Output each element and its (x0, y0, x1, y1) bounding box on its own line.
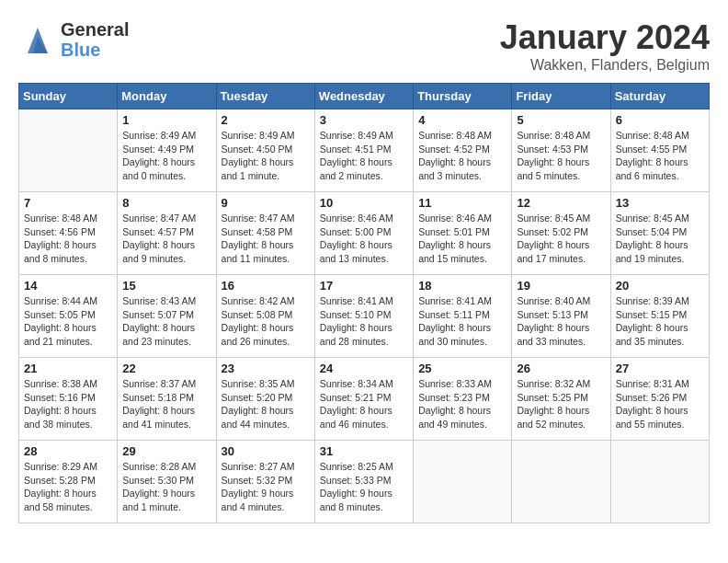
day-info: Sunrise: 8:49 AMSunset: 4:50 PMDaylight:… (222, 129, 310, 183)
day-number: 12 (517, 196, 605, 210)
calendar-cell: 6Sunrise: 8:48 AMSunset: 4:55 PMDaylight… (610, 109, 709, 192)
calendar-cell: 25Sunrise: 8:33 AMSunset: 5:23 PMDayligh… (414, 358, 512, 441)
day-number: 2 (222, 113, 310, 127)
day-info: Sunrise: 8:38 AMSunset: 5:16 PMDaylight:… (24, 377, 112, 431)
day-number: 26 (517, 362, 605, 375)
calendar-cell: 2Sunrise: 8:49 AMSunset: 4:50 PMDaylight… (216, 109, 314, 192)
day-number: 30 (222, 444, 310, 458)
day-number: 24 (320, 362, 408, 375)
calendar-header-thursday: Thursday (414, 84, 512, 109)
day-info: Sunrise: 8:48 AMSunset: 4:55 PMDaylight:… (616, 129, 704, 183)
day-info: Sunrise: 8:45 AMSunset: 5:04 PMDaylight:… (616, 212, 704, 266)
calendar-cell (512, 441, 610, 523)
day-number: 31 (320, 444, 408, 458)
calendar-header-sunday: Sunday (19, 84, 118, 109)
day-number: 9 (222, 196, 310, 210)
calendar-cell: 31Sunrise: 8:25 AMSunset: 5:33 PMDayligh… (314, 441, 413, 523)
day-info: Sunrise: 8:46 AMSunset: 5:01 PMDaylight:… (418, 212, 506, 266)
day-info: Sunrise: 8:49 AMSunset: 4:49 PMDaylight:… (122, 129, 210, 183)
logo-general: General (61, 19, 129, 40)
day-number: 3 (320, 113, 408, 127)
day-info: Sunrise: 8:47 AMSunset: 4:57 PMDaylight:… (122, 212, 210, 266)
calendar-cell: 14Sunrise: 8:44 AMSunset: 5:05 PMDayligh… (19, 275, 118, 358)
calendar-week-row: 21Sunrise: 8:38 AMSunset: 5:16 PMDayligh… (19, 358, 710, 441)
day-number: 15 (122, 279, 210, 293)
day-info: Sunrise: 8:25 AMSunset: 5:33 PMDaylight:… (320, 460, 408, 514)
calendar-cell: 7Sunrise: 8:48 AMSunset: 4:56 PMDaylight… (19, 192, 118, 275)
calendar-week-row: 28Sunrise: 8:29 AMSunset: 5:28 PMDayligh… (19, 441, 710, 523)
calendar-cell: 22Sunrise: 8:37 AMSunset: 5:18 PMDayligh… (118, 358, 216, 441)
day-info: Sunrise: 8:35 AMSunset: 5:20 PMDaylight:… (222, 377, 310, 431)
day-info: Sunrise: 8:42 AMSunset: 5:08 PMDaylight:… (222, 294, 310, 349)
location-title: Wakken, Flanders, Belgium (500, 57, 710, 74)
day-number: 10 (320, 196, 408, 210)
day-info: Sunrise: 8:44 AMSunset: 5:05 PMDaylight:… (24, 294, 112, 349)
calendar-cell: 19Sunrise: 8:40 AMSunset: 5:13 PMDayligh… (512, 275, 610, 358)
day-number: 28 (24, 444, 112, 458)
calendar-cell: 29Sunrise: 8:28 AMSunset: 5:30 PMDayligh… (118, 441, 216, 523)
day-number: 4 (418, 113, 506, 127)
calendar-header-monday: Monday (118, 84, 216, 109)
logo: General Blue (18, 18, 129, 61)
day-number: 21 (24, 362, 112, 375)
calendar-week-row: 7Sunrise: 8:48 AMSunset: 4:56 PMDaylight… (19, 192, 710, 275)
day-info: Sunrise: 8:49 AMSunset: 4:51 PMDaylight:… (320, 129, 408, 183)
calendar-header-wednesday: Wednesday (314, 84, 413, 109)
day-info: Sunrise: 8:45 AMSunset: 5:02 PMDaylight:… (517, 212, 605, 266)
day-number: 16 (222, 279, 310, 293)
day-info: Sunrise: 8:28 AMSunset: 5:30 PMDaylight:… (122, 460, 210, 514)
calendar-cell: 5Sunrise: 8:48 AMSunset: 4:53 PMDaylight… (512, 109, 610, 192)
day-info: Sunrise: 8:46 AMSunset: 5:00 PMDaylight:… (320, 212, 408, 266)
calendar-cell: 8Sunrise: 8:47 AMSunset: 4:57 PMDaylight… (118, 192, 216, 275)
calendar-header-tuesday: Tuesday (216, 84, 314, 109)
page-header: General Blue January 2024 Wakken, Flande… (18, 18, 710, 74)
day-number: 19 (517, 279, 605, 293)
day-number: 8 (122, 196, 210, 210)
title-area: January 2024 Wakken, Flanders, Belgium (500, 18, 710, 74)
calendar-cell: 26Sunrise: 8:32 AMSunset: 5:25 PMDayligh… (512, 358, 610, 441)
calendar-cell: 17Sunrise: 8:41 AMSunset: 5:10 PMDayligh… (314, 275, 413, 358)
calendar-cell: 27Sunrise: 8:31 AMSunset: 5:26 PMDayligh… (610, 358, 709, 441)
day-number: 27 (616, 362, 704, 375)
calendar-cell: 20Sunrise: 8:39 AMSunset: 5:15 PMDayligh… (610, 275, 709, 358)
calendar-cell: 28Sunrise: 8:29 AMSunset: 5:28 PMDayligh… (19, 441, 118, 523)
calendar-cell (19, 109, 118, 192)
day-info: Sunrise: 8:33 AMSunset: 5:23 PMDaylight:… (418, 377, 506, 431)
calendar-cell: 16Sunrise: 8:42 AMSunset: 5:08 PMDayligh… (216, 275, 314, 358)
calendar-cell: 18Sunrise: 8:41 AMSunset: 5:11 PMDayligh… (414, 275, 512, 358)
calendar-header-row: SundayMondayTuesdayWednesdayThursdayFrid… (19, 84, 710, 109)
day-number: 6 (616, 113, 704, 127)
day-info: Sunrise: 8:37 AMSunset: 5:18 PMDaylight:… (122, 377, 210, 431)
day-info: Sunrise: 8:32 AMSunset: 5:25 PMDaylight:… (517, 377, 605, 431)
day-info: Sunrise: 8:48 AMSunset: 4:52 PMDaylight:… (418, 129, 506, 183)
calendar-cell: 1Sunrise: 8:49 AMSunset: 4:49 PMDaylight… (118, 109, 216, 192)
calendar-header-saturday: Saturday (610, 84, 709, 109)
day-number: 17 (320, 279, 408, 293)
day-info: Sunrise: 8:29 AMSunset: 5:28 PMDaylight:… (24, 460, 112, 514)
calendar-cell (414, 441, 512, 523)
day-info: Sunrise: 8:43 AMSunset: 5:07 PMDaylight:… (122, 294, 210, 349)
calendar-cell: 15Sunrise: 8:43 AMSunset: 5:07 PMDayligh… (118, 275, 216, 358)
day-info: Sunrise: 8:34 AMSunset: 5:21 PMDaylight:… (320, 377, 408, 431)
day-info: Sunrise: 8:40 AMSunset: 5:13 PMDaylight:… (517, 294, 605, 349)
day-number: 29 (122, 444, 210, 458)
calendar-week-row: 1Sunrise: 8:49 AMSunset: 4:49 PMDaylight… (19, 109, 710, 192)
day-info: Sunrise: 8:39 AMSunset: 5:15 PMDaylight:… (616, 294, 704, 349)
calendar-cell: 23Sunrise: 8:35 AMSunset: 5:20 PMDayligh… (216, 358, 314, 441)
day-number: 14 (24, 279, 112, 293)
calendar-cell: 21Sunrise: 8:38 AMSunset: 5:16 PMDayligh… (19, 358, 118, 441)
day-number: 22 (122, 362, 210, 375)
calendar-table: SundayMondayTuesdayWednesdayThursdayFrid… (18, 83, 710, 523)
logo-text: General Blue (61, 19, 129, 60)
day-number: 20 (616, 279, 704, 293)
day-number: 25 (418, 362, 506, 375)
logo-icon (18, 18, 57, 57)
day-info: Sunrise: 8:47 AMSunset: 4:58 PMDaylight:… (222, 212, 310, 266)
calendar-cell: 12Sunrise: 8:45 AMSunset: 5:02 PMDayligh… (512, 192, 610, 275)
calendar-cell: 24Sunrise: 8:34 AMSunset: 5:21 PMDayligh… (314, 358, 413, 441)
day-info: Sunrise: 8:41 AMSunset: 5:10 PMDaylight:… (320, 294, 408, 349)
day-number: 23 (222, 362, 310, 375)
calendar-header-friday: Friday (512, 84, 610, 109)
calendar-cell (610, 441, 709, 523)
calendar-cell: 3Sunrise: 8:49 AMSunset: 4:51 PMDaylight… (314, 109, 413, 192)
